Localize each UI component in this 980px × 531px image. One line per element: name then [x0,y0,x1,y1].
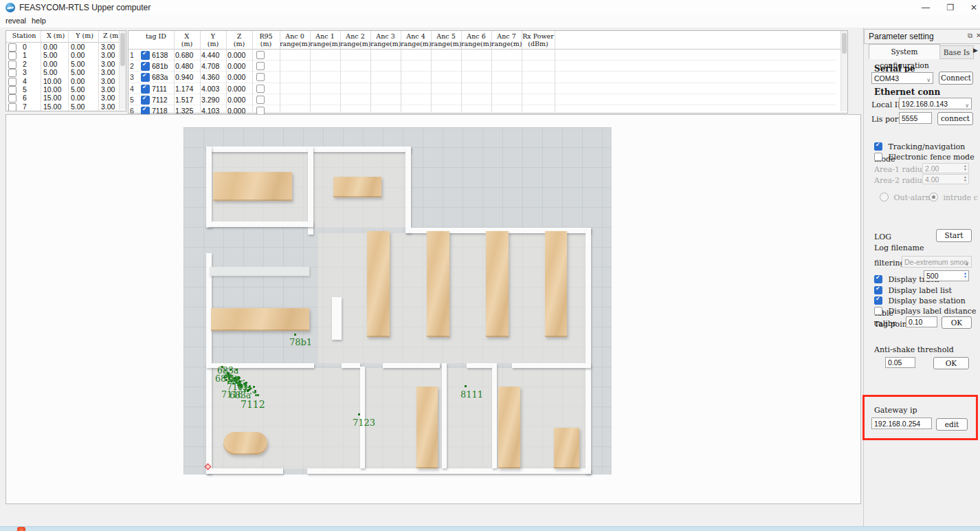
tag-table-row[interactable]: 571121.5173.2900.000 [129,94,836,105]
station-table-scrollbar[interactable] [119,31,126,109]
ethernet-connect-button[interactable]: connect [937,112,973,125]
station-table-row[interactable]: 510.005.003.00 [6,85,119,94]
station-id: 5 [23,85,39,94]
station-z: 3.00 [101,85,119,94]
tag-table-row[interactable]: 2681b0.4804.7080.000 [129,61,836,72]
station-id: 0 [23,43,39,51]
station-table-row[interactable]: 35.005.003.00 [6,68,119,76]
scrollbar-thumb[interactable] [842,33,847,54]
listen-port-input[interactable] [899,112,932,124]
area2-radius-spinner[interactable]: 4.00 ▲▼ [922,174,969,184]
tab-system-configuration[interactable]: System configuration [869,44,940,59]
tag-table-row[interactable]: 471111.1744.0030.000 [129,83,836,94]
taskbar[interactable] [0,526,980,531]
station-y: 0.00 [71,43,98,51]
r95-checkbox[interactable] [256,73,265,81]
antishake-ok-button[interactable]: OK [933,357,969,369]
row-checkbox[interactable] [8,86,16,94]
tag-col-header: Anc 3 range(m) [370,33,401,48]
tag-id: 683a [152,73,174,81]
tag-checkbox[interactable] [141,73,150,82]
station-table-row[interactable]: 715.005.003.00 [6,102,119,111]
window-title: FEASYCOM-RTLS Upper computer [19,3,151,12]
wall [206,363,314,368]
checkbox-checked-icon [874,275,882,283]
r95-checkbox[interactable] [256,96,265,104]
station-table-row[interactable]: 20.005.003.00 [6,60,119,68]
station-x: 0.00 [43,60,68,68]
row-checkbox[interactable] [8,94,16,102]
tag-checkbox[interactable] [141,62,150,71]
tab-base-station[interactable]: Base Is [939,45,974,59]
taskbar-app-icon[interactable] [17,527,25,531]
station-table-row[interactable]: 00.000.003.00 [6,43,119,51]
station-table-row[interactable]: 410.000.003.00 [6,77,119,85]
area1-radius-spinner[interactable]: 2.00 ▲▼ [922,163,969,173]
r95-checkbox[interactable] [256,51,265,59]
wall [442,363,447,468]
row-checkbox[interactable] [8,43,16,52]
close-panel-icon[interactable]: ✕ [976,32,980,39]
tab-scroll-right-icon[interactable]: ▶ [973,47,978,54]
title-bar: FEASYCOM-RTLS Upper computer — ❐ ✕ [0,0,980,15]
tag-checkbox[interactable] [141,85,150,94]
out-alarm-radio[interactable]: Out-alarm [880,191,933,203]
tag-table-scrollbar[interactable] [840,31,847,111]
floorplan-image [183,127,612,475]
tag-x: 0.480 [175,62,200,70]
local-ip-select[interactable]: 192.168.0.143 ∨ [899,98,972,109]
antishake-input[interactable] [885,357,915,368]
chevron-down-icon: ∨ [965,100,969,111]
tag-checkbox[interactable] [141,51,150,60]
intrude-radio[interactable]: intrude c [929,191,978,203]
tag-table-row[interactable]: 3683a0.9404.3600.000 [129,72,836,83]
row-checkbox[interactable] [8,61,16,69]
tag-col-header: R95 (m) [252,33,280,48]
close-button[interactable]: ✕ [962,0,980,15]
tag-table-row[interactable]: 161380.6804.4400.000 [129,50,836,61]
filtering-value: De-extremum smoo [904,258,968,266]
furniture-shelf [545,231,567,337]
row-number: 5 [130,96,138,104]
station-x: 10.00 [43,77,68,85]
station-table-row[interactable]: 15.000.003.00 [6,51,119,59]
area2-radius-label: Area-2 radius [874,176,926,185]
station-id: 4 [23,77,39,85]
tag-point-input[interactable] [906,316,937,327]
filtering-select[interactable]: De-extremum smoo ∨ [902,256,972,268]
display-track-spinner[interactable]: 500 ▲▼ [924,270,969,281]
station-x: 15.00 [43,102,68,111]
serial-port-select[interactable]: COM43 ∨ [871,72,933,84]
row-checkbox[interactable] [8,103,16,111]
row-checkbox[interactable] [8,78,16,86]
tag-y: 4.360 [201,73,226,81]
menu-item-reveal[interactable]: reveal [5,17,26,25]
fence-mode-checkbox[interactable]: Electronic fence mode [874,150,975,162]
menu-item-help[interactable]: help [32,17,46,25]
station-z: 3.00 [101,68,119,76]
station-y: 0.00 [71,77,98,85]
log-start-button[interactable]: Start [936,229,972,242]
tag-y: 4.440 [201,51,226,59]
menu-bar [0,15,980,28]
tag-id: 681b [152,62,174,70]
gateway-edit-button[interactable]: edit [936,418,968,431]
tag-point-ok-button[interactable]: OK [942,316,972,329]
r95-checkbox[interactable] [256,62,265,70]
restore-button[interactable]: ❐ [939,0,962,15]
station-y: 0.00 [71,51,98,59]
float-panel-icon[interactable]: ⧉ [968,32,972,40]
scrollbar-thumb[interactable] [120,33,125,66]
station-table-row[interactable]: 615.000.003.00 [6,94,119,102]
minimize-button[interactable]: — [914,0,937,15]
serial-connect-button[interactable]: Connect [939,72,973,85]
station-y: 5.00 [71,85,98,94]
row-checkbox[interactable] [8,69,16,77]
row-checkbox[interactable] [8,52,16,60]
gateway-ip-input[interactable] [871,418,932,429]
tag-checkbox[interactable] [141,96,150,105]
tag-z: 0.000 [227,85,252,93]
tag-col-header: Y (m) [200,33,226,48]
app-window: FEASYCOM-RTLS Upper computer — ❐ ✕ revea… [0,0,980,531]
r95-checkbox[interactable] [256,85,265,93]
